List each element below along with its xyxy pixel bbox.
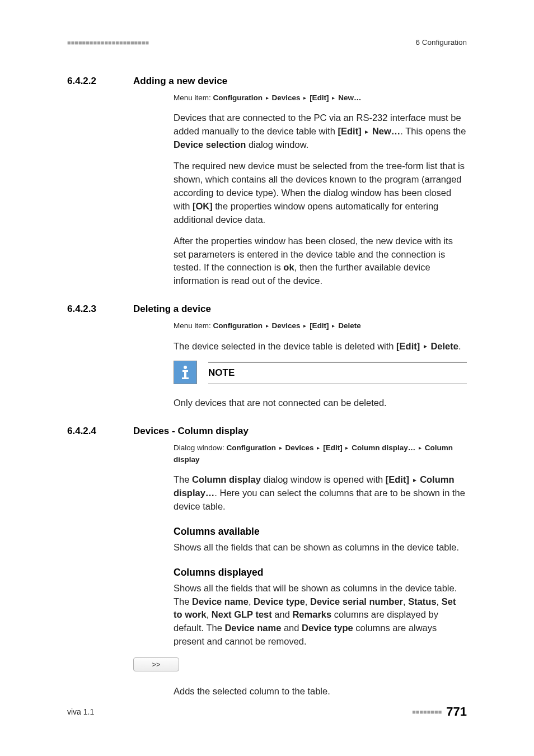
subheading: Columns displayed [174,567,467,578]
menu-path: Menu item: Configuration ▸ Devices ▸ [Ed… [174,320,467,332]
body-text: The Column display dialog window is open… [174,473,467,514]
body-text: Shows all the fields that will be shown … [174,582,467,649]
body-text: Adds the selected column to the table. [174,685,467,698]
note-body: Only devices that are not connected can … [174,396,467,410]
body-text: Shows all the fields that can be shown a… [174,541,467,554]
section-title: Devices - Column display [133,426,249,437]
note-callout: NOTE Only devices that are not connected… [174,361,467,410]
section-title: Deleting a device [133,304,211,315]
section-number: 6.4.2.2 [67,76,116,87]
info-icon [174,361,197,384]
page-number: 771 [446,704,467,719]
section-number: 6.4.2.4 [67,426,116,437]
running-header: ■■■■■■■■■■■■■■■■■■■■■■ 6 Configuration [67,38,467,46]
subheading: Columns available [174,526,467,538]
header-dots-left: ■■■■■■■■■■■■■■■■■■■■■■ [67,39,149,46]
svg-rect-3 [182,377,189,379]
menu-path: Dialog window: Configuration ▸ Devices ▸… [174,442,467,465]
footer-dots: ■■■■■■■■ [412,708,442,715]
svg-rect-2 [184,370,186,377]
section-number: 6.4.2.3 [67,304,116,315]
body-text: The device selected in the device table … [174,340,467,353]
body-text: Devices that are connected to the PC via… [174,111,467,152]
add-column-button[interactable]: >> [133,657,179,671]
footer-product: viva 1.1 [67,707,94,716]
section-title: Adding a new device [133,76,227,87]
header-chapter: 6 Configuration [415,38,467,46]
menu-path: Menu item: Configuration ▸ Devices ▸ [Ed… [174,92,467,104]
page-footer: viva 1.1 ■■■■■■■■ 771 [67,704,467,719]
body-text: After the properties window has been clo… [174,235,467,288]
note-label: NOTE [208,366,467,380]
svg-point-0 [184,366,187,369]
body-text: The required new device must be selected… [174,160,467,227]
